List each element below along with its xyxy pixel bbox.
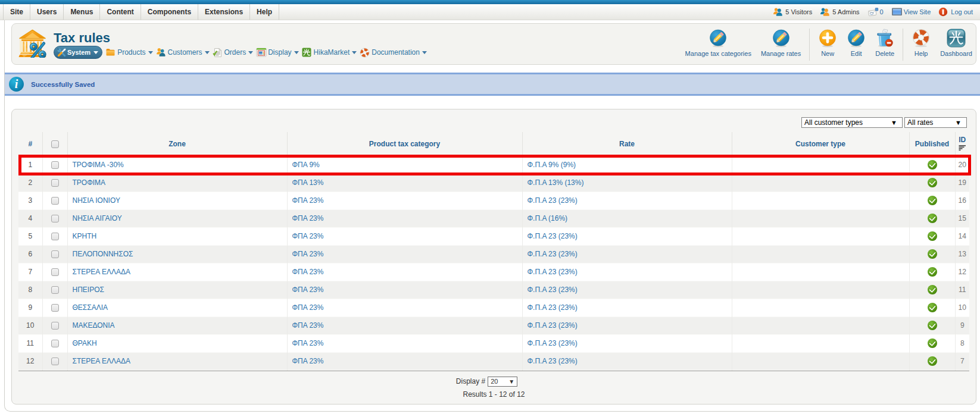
select-all-checkbox[interactable] — [51, 140, 59, 148]
new-button[interactable]: New — [818, 29, 837, 57]
col-category-header[interactable]: Product tax category — [287, 132, 522, 156]
rate-link[interactable]: Φ.Π.Α 23 (23%) — [528, 232, 578, 240]
published-icon[interactable] — [928, 249, 937, 259]
col-customer-type-header[interactable]: Customer type — [732, 132, 909, 156]
menubar-item-site[interactable]: Site — [3, 4, 30, 20]
subnav-item-documentation[interactable]: Documentation — [360, 48, 427, 57]
zone-link[interactable]: ΣΤΕΡΕΑ ΕΛΛΑΔΑ — [73, 268, 131, 276]
published-icon[interactable] — [928, 267, 937, 277]
rate-link[interactable]: Φ.Π.Α (16%) — [528, 214, 568, 222]
published-icon[interactable] — [928, 231, 937, 241]
rate-link[interactable]: Φ.Π.Α 23 (23%) — [528, 250, 578, 258]
rate-link[interactable]: Φ.Π.Α 23 (23%) — [528, 268, 578, 276]
category-link[interactable]: ΦΠΑ 23% — [292, 214, 324, 222]
category-link[interactable]: ΦΠΑ 23% — [292, 321, 324, 330]
zone-link[interactable]: ΠΕΛΟΠΟΝΝΗΣΟΣ — [73, 250, 133, 258]
zone-link[interactable]: ΗΠΕΙΡΟΣ — [73, 286, 104, 294]
tax-bank-icon — [18, 29, 46, 58]
published-cell — [909, 299, 955, 316]
menubar-item-content[interactable]: Content — [100, 4, 141, 20]
col-zone-header[interactable]: Zone — [67, 132, 287, 156]
row-checkbox[interactable] — [51, 340, 59, 347]
messages-status[interactable]: 0 — [867, 7, 884, 17]
zone-link[interactable]: ΚΡΗΤΗ — [73, 232, 97, 240]
help-button[interactable]: Help — [912, 29, 931, 57]
column-header-label: Rate — [619, 140, 635, 148]
row-checkbox[interactable] — [51, 250, 59, 258]
system-menu-button[interactable]: System — [54, 46, 102, 59]
published-icon[interactable] — [928, 303, 937, 312]
zone-link[interactable]: ΘΡΑΚΗ — [73, 339, 97, 347]
row-checkbox[interactable] — [51, 179, 59, 187]
published-icon[interactable] — [928, 178, 937, 187]
zone-link[interactable]: ΝΗΣΙΑ ΑΙΓΑΙΟΥ — [73, 214, 122, 222]
toolbar-separator — [809, 29, 810, 61]
manage-rates-button[interactable]: Manage rates — [761, 29, 801, 57]
published-icon[interactable] — [928, 338, 937, 348]
category-link[interactable]: ΦΠΑ 23% — [292, 196, 324, 205]
row-checkbox[interactable] — [51, 215, 59, 222]
row-checkbox[interactable] — [51, 233, 59, 240]
subnav-item-display[interactable]: Display — [256, 48, 298, 57]
row-checkbox[interactable] — [51, 322, 59, 330]
row-checkbox[interactable] — [51, 286, 59, 294]
rate-link[interactable]: Φ.Π.Α 23 (23%) — [528, 357, 578, 365]
category-link[interactable]: ΦΠΑ 23% — [292, 250, 324, 258]
rate-link[interactable]: Φ.Π.Α 23 (23%) — [528, 286, 578, 294]
delete-button[interactable]: Delete — [875, 29, 894, 57]
rate-link[interactable]: Φ.Π.Α 23 (23%) — [528, 321, 578, 330]
view-site-link[interactable]: View Site — [891, 7, 931, 17]
category-link[interactable]: ΦΠΑ 23% — [292, 286, 324, 294]
subnav-item-customers[interactable]: Customers — [156, 48, 210, 57]
admins-status[interactable]: 5 Admins — [820, 7, 859, 17]
visitors-status[interactable]: 5 Visitors — [773, 7, 812, 17]
logout-link[interactable]: Log out — [938, 7, 973, 17]
subnav-item-hikamarket[interactable]: HikaMarket — [302, 48, 357, 57]
zone-cell: ΜΑΚΕΔΟΝΙΑ — [67, 316, 287, 334]
row-checkbox-cell — [42, 316, 67, 334]
row-checkbox[interactable] — [51, 268, 59, 276]
row-checkbox[interactable] — [51, 358, 59, 365]
id-cell: 9 — [955, 316, 969, 334]
row-checkbox[interactable] — [51, 197, 59, 205]
row-checkbox[interactable] — [51, 304, 59, 312]
category-link[interactable]: ΦΠΑ 23% — [292, 232, 324, 240]
col-rate-header[interactable]: Rate — [522, 132, 732, 156]
col-id-header[interactable]: ID — [955, 132, 969, 156]
zone-link[interactable]: ΘΕΣΣΑΛΙΑ — [73, 303, 108, 312]
menubar-item-menus[interactable]: Menus — [64, 4, 100, 20]
menubar-item-extensions[interactable]: Extensions — [198, 4, 250, 20]
subnav-item-products[interactable]: Products — [105, 48, 152, 57]
menubar-item-help[interactable]: Help — [250, 4, 279, 20]
manage-tax-categories-button[interactable]: Manage tax categories — [685, 29, 751, 57]
zone-link[interactable]: ΣΤΕΡΕΑ ΕΛΛΑΔΑ — [73, 357, 131, 365]
published-icon[interactable] — [928, 321, 937, 330]
display-num-value: 20 — [491, 378, 498, 385]
dashboard-button[interactable]: Dashboard — [940, 29, 972, 57]
category-link[interactable]: ΦΠΑ 23% — [292, 357, 324, 365]
published-icon[interactable] — [928, 285, 937, 294]
zone-link[interactable]: ΤΡΟΦΙΜΑ — [73, 178, 106, 187]
menubar-item-users[interactable]: Users — [30, 4, 64, 20]
category-link[interactable]: ΦΠΑ 23% — [292, 268, 324, 276]
rate-link[interactable]: Φ.Π.Α 23 (23%) — [528, 196, 578, 205]
subnav-item-orders[interactable]: Orders — [213, 48, 254, 57]
zone-link[interactable]: ΜΑΚΕΔΟΝΙΑ — [73, 321, 115, 330]
published-icon[interactable] — [928, 214, 937, 223]
category-link[interactable]: ΦΠΑ 13% — [292, 178, 324, 187]
edit-button[interactable]: Edit — [847, 29, 866, 57]
published-icon[interactable] — [928, 356, 937, 366]
category-link[interactable]: ΦΠΑ 23% — [292, 339, 324, 347]
menubar-item-components[interactable]: Components — [141, 4, 198, 20]
col-published-header[interactable]: Published — [909, 132, 955, 156]
zone-link[interactable]: ΝΗΣΙΑ ΙΟΝΙΟΥ — [73, 196, 120, 205]
rate-link[interactable]: Φ.Π.Α 13% (13%) — [528, 178, 584, 187]
display-num-select[interactable]: 20 ▼ — [488, 377, 517, 387]
toolbar-button-label: Manage rates — [761, 50, 801, 57]
rate-link[interactable]: Φ.Π.Α 23 (23%) — [528, 303, 578, 312]
category-link[interactable]: ΦΠΑ 23% — [292, 303, 324, 312]
rate-link[interactable]: Φ.Π.Α 23 (23%) — [528, 339, 578, 347]
customer-type-filter[interactable]: All customer types ▼ — [801, 117, 903, 128]
published-icon[interactable] — [928, 196, 937, 205]
rates-filter[interactable]: All rates ▼ — [904, 117, 967, 128]
